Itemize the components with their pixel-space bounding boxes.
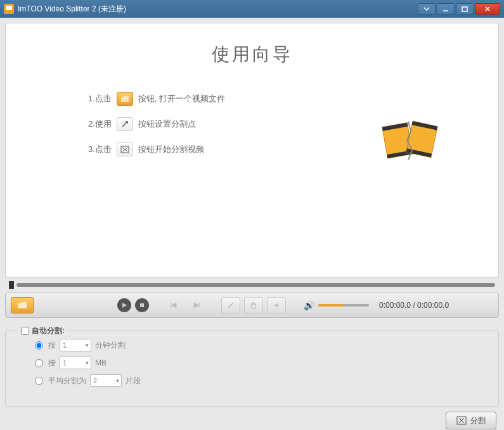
split-button[interactable]: 分割 bbox=[446, 412, 496, 429]
set-split-button[interactable] bbox=[221, 297, 240, 313]
bottom-bar: 分割 bbox=[5, 407, 499, 429]
split-button-label: 分割 bbox=[470, 415, 486, 426]
split-radio-mb[interactable] bbox=[35, 359, 43, 367]
split-option-mb: 按 1 MB bbox=[35, 357, 492, 369]
autosplit-legend: 自动分割: bbox=[18, 326, 67, 336]
mb-spinner[interactable]: 1 bbox=[60, 357, 91, 369]
wizard-panel: 使用向导 1.点击 按钮, 打开一个视频文件 2.使用 按钮设置分割点 3.点击… bbox=[5, 23, 499, 277]
step-suffix: 按钮设置分割点 bbox=[138, 118, 196, 130]
split-action-icon bbox=[117, 142, 133, 156]
split-radio-minutes[interactable] bbox=[35, 341, 43, 350]
minimize-button[interactable] bbox=[437, 3, 455, 15]
folder-icon bbox=[117, 92, 133, 106]
prev-button[interactable] bbox=[164, 297, 183, 313]
svg-rect-8 bbox=[140, 303, 144, 307]
timeline[interactable] bbox=[5, 277, 499, 293]
autosplit-label: 自动分割: bbox=[32, 326, 65, 336]
controls-bar: 🔊 0:00:00.0 / 0:00:00.0 bbox=[5, 293, 499, 318]
content-area: 使用向导 1.点击 按钮, 打开一个视频文件 2.使用 按钮设置分割点 3.点击… bbox=[0, 18, 504, 430]
split-option-segments: 平均分割为 2 片段 bbox=[35, 374, 492, 387]
maximize-button[interactable] bbox=[456, 3, 474, 15]
film-split-icon bbox=[378, 112, 441, 163]
time-display: 0:00:00.0 / 0:00:00.0 bbox=[379, 301, 449, 310]
next-button[interactable] bbox=[187, 297, 206, 313]
window-title: ImTOO Video Splitter 2 (未注册) bbox=[18, 4, 418, 15]
step-prefix: 2.使用 bbox=[88, 118, 112, 130]
time-total: 0:00:00.0 bbox=[417, 301, 449, 310]
timeline-marker[interactable] bbox=[9, 281, 14, 289]
undo-button[interactable] bbox=[267, 297, 286, 313]
stop-button[interactable] bbox=[135, 298, 149, 312]
split-action-icon bbox=[456, 416, 467, 425]
play-button[interactable] bbox=[117, 298, 131, 312]
volume-slider[interactable] bbox=[318, 304, 369, 307]
step-prefix: 1.点击 bbox=[88, 93, 112, 104]
step-prefix: 3.点击 bbox=[88, 144, 112, 155]
split-option-minutes: 按 1 分钟分割 bbox=[35, 339, 492, 351]
step-suffix: 按钮开始分割视频 bbox=[138, 144, 204, 155]
dropdown-button[interactable] bbox=[418, 3, 436, 15]
wizard-title: 使用向导 bbox=[37, 42, 467, 66]
volume-icon[interactable]: 🔊 bbox=[304, 300, 314, 310]
split-point-icon bbox=[117, 117, 133, 131]
autosplit-panel: 自动分割: 按 1 分钟分割 按 1 MB 平均分割为 2 片段 bbox=[5, 331, 499, 407]
open-file-button[interactable] bbox=[11, 297, 34, 313]
svg-rect-9 bbox=[252, 304, 255, 308]
delete-button[interactable] bbox=[244, 297, 263, 313]
split-radio-segments[interactable] bbox=[35, 377, 43, 385]
timeline-track[interactable] bbox=[16, 283, 495, 287]
autosplit-checkbox[interactable] bbox=[21, 327, 29, 335]
app-icon bbox=[4, 4, 14, 14]
minutes-spinner[interactable]: 1 bbox=[60, 339, 91, 351]
svg-rect-0 bbox=[462, 7, 467, 11]
step-suffix: 按钮, 打开一个视频文件 bbox=[138, 93, 225, 104]
title-bar: ImTOO Video Splitter 2 (未注册) bbox=[0, 0, 504, 18]
time-current: 0:00:00.0 bbox=[379, 301, 411, 310]
wizard-step-1: 1.点击 按钮, 打开一个视频文件 bbox=[88, 92, 467, 106]
segments-spinner[interactable]: 2 bbox=[90, 374, 122, 387]
close-button[interactable] bbox=[475, 3, 500, 15]
